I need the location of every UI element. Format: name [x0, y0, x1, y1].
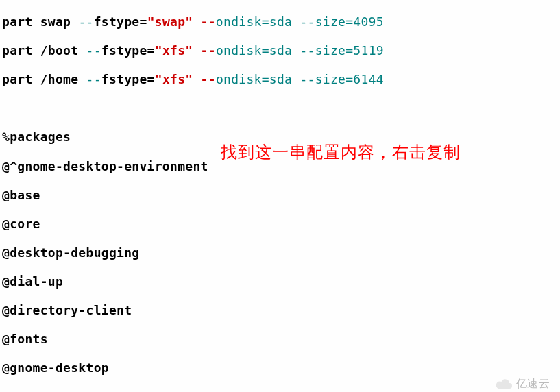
package-item: @core [2, 217, 558, 231]
code-text: fstype= [101, 43, 155, 58]
code-text: size=6144 [315, 72, 384, 86]
code-text: size=4095 [315, 14, 384, 29]
watermark: 亿速云 [496, 378, 550, 391]
code-text: -- [86, 72, 101, 86]
watermark-text: 亿速云 [516, 378, 550, 391]
code-text: fstype= [101, 72, 155, 86]
code-text: ondisk=sda [216, 43, 300, 58]
code-string: "xfs" -- [155, 43, 216, 58]
code-string: "xfs" -- [155, 72, 216, 86]
code-text: -- [300, 43, 315, 58]
package-item: @gnome-desktop [2, 360, 558, 375]
code-text: part /boot [2, 43, 86, 58]
package-item: @dial-up [2, 274, 558, 289]
package-item: @desktop-debugging [2, 245, 558, 260]
cloud-icon [496, 378, 513, 391]
code-text: -- [86, 43, 101, 58]
code-text: size=5119 [315, 43, 384, 58]
code-block: part swap --fstype="swap" --ondisk=sda -… [0, 0, 560, 392]
code-text: -- [300, 72, 315, 86]
package-item: @guest-agents [2, 389, 558, 392]
annotation-text: 找到这一串配置内容，右击复制 [221, 143, 461, 162]
code-text: -- [78, 14, 93, 29]
code-text: ondisk=sda [216, 14, 300, 29]
code-text: part /home [2, 72, 86, 86]
package-item: @base [2, 188, 558, 202]
package-item: @fonts [2, 332, 558, 346]
package-item: @directory-client [2, 303, 558, 317]
code-text: fstype= [94, 14, 147, 29]
code-text: ondisk=sda [216, 72, 300, 86]
code-string: "swap" -- [147, 14, 216, 29]
code-text: part swap [2, 14, 78, 29]
code-text: -- [300, 14, 315, 29]
